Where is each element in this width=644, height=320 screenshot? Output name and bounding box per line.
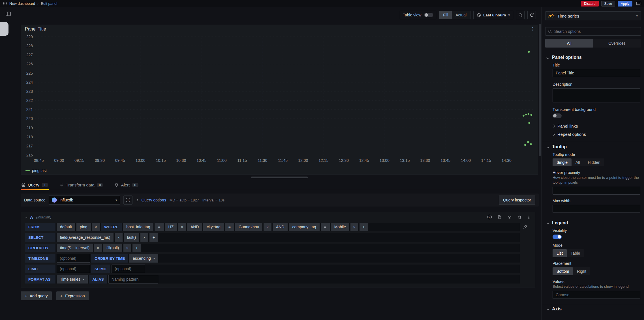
query-token-chip[interactable]: = <box>155 223 164 231</box>
drag-handle-icon[interactable] <box>527 215 531 219</box>
pane-resize-handle[interactable] <box>251 177 308 178</box>
fill-option[interactable]: Fill <box>439 11 452 19</box>
query-options-link[interactable]: Query options <box>141 198 166 202</box>
remove-token-button[interactable]: × <box>264 223 271 231</box>
query-token-chip[interactable]: AND <box>273 223 288 231</box>
query-token-chip[interactable]: last() <box>124 233 139 242</box>
visualization-picker[interactable]: Time series ▾ <box>545 11 641 20</box>
tooltip-mode-all[interactable]: All <box>572 158 584 166</box>
remove-token-button[interactable]: × <box>123 244 131 252</box>
section-legend[interactable]: Legend <box>545 220 641 225</box>
legend-placement-bottom[interactable]: Bottom <box>553 267 573 275</box>
tooltip-mode-single[interactable]: Single <box>553 158 572 166</box>
tab-transform[interactable]: Transform data 0 <box>59 180 104 190</box>
query-token-chip[interactable]: HZ <box>165 223 177 231</box>
expression-button[interactable]: + Expression <box>56 291 89 300</box>
datasource-info-button[interactable]: i <box>123 196 132 205</box>
tab-alert[interactable]: Alert 0 <box>114 180 139 190</box>
where-label[interactable]: WHERE <box>101 223 122 231</box>
timezone-input[interactable] <box>57 254 90 263</box>
transparent-background-toggle[interactable] <box>553 113 562 118</box>
slimit-input[interactable] <box>112 265 145 273</box>
query-token-chip[interactable]: time($__interval) <box>57 244 93 252</box>
query-token-chip[interactable]: fill(null) <box>103 244 122 252</box>
from-label[interactable]: FROM <box>25 223 55 231</box>
legend-values-input[interactable] <box>553 291 640 299</box>
remove-token-button[interactable]: × <box>178 223 186 231</box>
slimit-label[interactable]: SLIMIT <box>91 265 110 273</box>
select-label[interactable]: SELECT <box>25 233 55 242</box>
options-search-input[interactable] <box>554 29 638 34</box>
duplicate-query-icon[interactable] <box>497 215 502 219</box>
add-token-button[interactable]: + <box>132 244 141 252</box>
description-input[interactable] <box>553 88 640 102</box>
tab-query[interactable]: Query 1 <box>21 180 49 190</box>
limit-label[interactable]: LIMIT <box>25 265 55 273</box>
order-by-time-label[interactable]: ORDER BY TIME <box>91 254 128 263</box>
query-token-chip[interactable]: ping <box>76 223 91 231</box>
panel-title-input[interactable] <box>553 69 640 77</box>
remove-token-button[interactable]: × <box>94 244 102 252</box>
alias-label[interactable]: ALIAS <box>89 275 107 284</box>
section-panel-options[interactable]: Panel options <box>545 55 641 60</box>
discard-button[interactable]: Discard <box>581 1 599 7</box>
keyboard-icon[interactable] <box>636 2 641 5</box>
query-token-chip[interactable]: company::tag <box>289 223 319 231</box>
filter-overrides-option[interactable]: Overrides <box>593 39 641 48</box>
add-token-button[interactable]: + <box>149 233 158 242</box>
panel-menu-kebab-icon[interactable]: ⋮ <box>530 26 535 32</box>
query-token-chip[interactable]: default <box>57 223 75 231</box>
main-scrollbar-thumb[interactable] <box>539 24 541 156</box>
query-token-chip[interactable]: = <box>225 223 234 231</box>
table-view-toggle[interactable] <box>424 13 433 17</box>
time-range-picker[interactable]: Last 6 hours ▾ <box>473 11 513 19</box>
query-token-chip[interactable]: Guangzhou <box>235 223 262 231</box>
apply-button[interactable]: Apply <box>618 1 632 7</box>
zoom-out-button[interactable] <box>516 11 525 19</box>
add-query-button[interactable]: + Add query <box>21 291 52 300</box>
breadcrumb-dashboard[interactable]: New dashboard <box>9 1 35 6</box>
legend-mode-table[interactable]: Table <box>567 249 584 257</box>
query-help-icon[interactable]: ? <box>487 215 492 219</box>
left-pane-handle[interactable] <box>0 22 8 36</box>
section-axis[interactable]: Axis <box>545 306 641 312</box>
actual-option[interactable]: Actual <box>452 11 470 19</box>
query-ref-id[interactable]: A <box>30 215 33 220</box>
edit-raw-query-pencil-icon[interactable] <box>523 224 528 229</box>
remove-token-button[interactable]: × <box>350 223 358 231</box>
legend-placement-right[interactable]: Right <box>573 267 590 275</box>
delete-query-trash-icon[interactable] <box>517 215 522 219</box>
query-token-chip[interactable]: AND <box>187 223 202 231</box>
toggle-left-pane-button[interactable] <box>5 11 11 17</box>
query-token-chip[interactable]: field(average_response_ms) <box>57 233 114 242</box>
query-inspector-button[interactable]: Query inspector <box>499 196 535 205</box>
query-token-chip[interactable]: host_info::tag <box>123 223 153 231</box>
hide-query-eye-icon[interactable] <box>507 215 512 219</box>
repeat-options-collapse[interactable]: Repeat options <box>553 132 640 137</box>
add-token-button[interactable]: + <box>360 223 368 231</box>
max-width-input[interactable] <box>553 205 640 213</box>
group-by-label[interactable]: GROUP BY <box>25 244 55 252</box>
legend-visibility-toggle[interactable] <box>553 235 562 239</box>
collapse-chevron-icon[interactable] <box>25 216 27 218</box>
query-token-chip[interactable]: Mobile <box>331 223 349 231</box>
section-tooltip[interactable]: Tooltip <box>545 144 641 149</box>
remove-token-button[interactable]: × <box>92 223 100 231</box>
query-token-chip[interactable]: = <box>321 223 330 231</box>
tooltip-mode-hidden[interactable]: Hidden <box>584 158 604 166</box>
hover-proximity-input[interactable] <box>553 187 640 195</box>
format-as-label[interactable]: FORMAT AS <box>25 275 55 284</box>
remove-token-button[interactable]: × <box>140 233 148 242</box>
remove-token-button[interactable]: × <box>115 233 123 242</box>
format-as-select[interactable]: Time series▾ <box>57 275 88 284</box>
query-token-chip[interactable]: city::tag <box>203 223 224 231</box>
legend-mode-list[interactable]: List <box>553 249 567 257</box>
panel-links-collapse[interactable]: Panel links <box>553 124 640 128</box>
save-button[interactable]: Save <box>601 1 615 7</box>
alias-input[interactable] <box>108 275 158 284</box>
timezone-label[interactable]: TIMEZONE <box>25 254 55 263</box>
limit-input[interactable] <box>57 265 90 273</box>
filter-all-option[interactable]: All <box>545 39 593 48</box>
refresh-button[interactable] <box>527 11 536 19</box>
datasource-picker[interactable]: influxdb ▾ <box>49 196 120 205</box>
